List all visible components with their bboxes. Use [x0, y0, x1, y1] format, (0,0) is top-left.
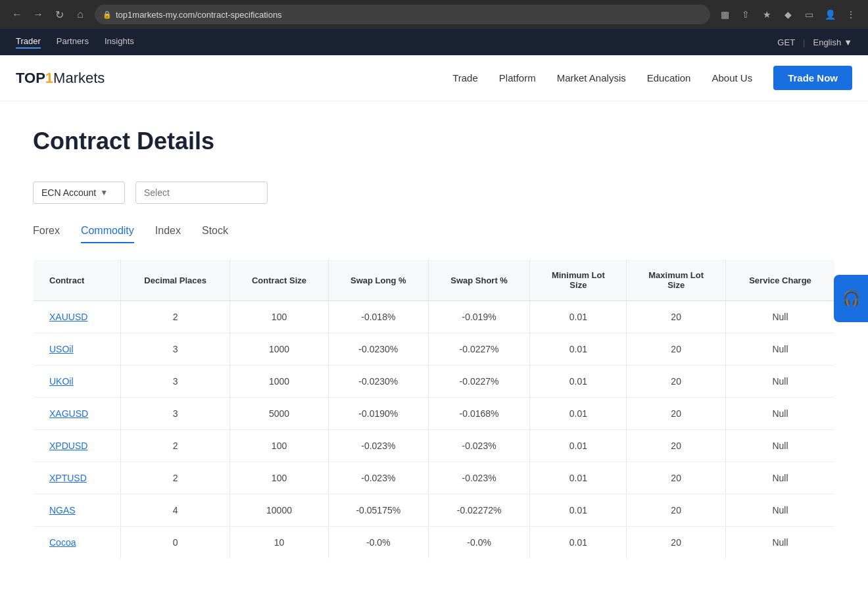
th-service-charge: Service Charge — [726, 260, 835, 301]
table-row: XPTUSD 2 100 -0.023% -0.023% 0.01 20 Nul… — [34, 462, 835, 494]
browser-chrome: ← → ↻ ⌂ 🔒 top1markets-my.com/contract-sp… — [0, 0, 868, 29]
cell-swap-long: -0.0230% — [328, 333, 428, 366]
select-input[interactable] — [135, 181, 268, 204]
tab-stock[interactable]: Stock — [202, 225, 228, 243]
cell-decimal-places: 2 — [121, 301, 230, 333]
main-nav: TOP1 Markets Trade Platform Market Analy… — [0, 55, 868, 101]
nav-back-button[interactable]: ← — [8, 5, 26, 24]
menu-icon[interactable]: ⋮ — [842, 5, 860, 24]
cell-max-lot: 20 — [627, 462, 726, 494]
address-bar[interactable]: 🔒 top1markets-my.com/contract-specificat… — [95, 5, 710, 24]
contract-link[interactable]: XPDUSD — [49, 441, 87, 451]
logo-top: TOP — [16, 70, 45, 87]
cell-max-lot: 20 — [627, 430, 726, 462]
cell-min-lot: 0.01 — [530, 333, 627, 366]
cell-swap-short: -0.0168% — [428, 398, 530, 430]
cell-service-charge: Null — [726, 494, 835, 527]
logo[interactable]: TOP1 Markets — [16, 70, 105, 87]
cell-swap-short: -0.0227% — [428, 333, 530, 366]
nav-about-us[interactable]: About Us — [711, 72, 752, 84]
cell-max-lot: 20 — [627, 366, 726, 398]
cell-decimal-places: 2 — [121, 430, 230, 462]
utility-nav-right: GET | English ▼ — [777, 37, 852, 47]
th-decimal-places: Decimal Places — [121, 260, 230, 301]
th-swap-short: Swap Short % — [428, 260, 530, 301]
filter-row: ECN Account ▼ — [33, 181, 835, 204]
tab-index[interactable]: Index — [155, 225, 181, 243]
nav-home-button[interactable]: ⌂ — [71, 5, 89, 24]
contract-link[interactable]: USOil — [49, 344, 74, 354]
nav-education[interactable]: Education — [647, 72, 691, 84]
tab-forex[interactable]: Forex — [33, 225, 60, 243]
utility-nav-left: Trader Partners Insights — [16, 36, 134, 49]
nav-forward-button[interactable]: → — [29, 5, 47, 24]
utility-nav-trader[interactable]: Trader — [16, 36, 41, 49]
cell-contract: Cocoa — [34, 527, 121, 559]
logo-markets: Markets — [53, 70, 105, 87]
share-icon[interactable]: ⇧ — [736, 5, 755, 24]
utility-bar: Trader Partners Insights GET | English ▼ — [0, 29, 868, 55]
dropdown-chevron-icon: ▼ — [100, 188, 108, 197]
support-button[interactable]: 🎧 — [834, 275, 868, 322]
logo-1: 1 — [45, 70, 53, 87]
split-view-icon[interactable]: ▭ — [800, 5, 818, 24]
utility-nav-insights[interactable]: Insights — [105, 36, 134, 49]
cell-swap-long: -0.023% — [328, 462, 428, 494]
table-row: USOil 3 1000 -0.0230% -0.0227% 0.01 20 N… — [34, 333, 835, 366]
cell-contract-size: 100 — [230, 301, 329, 333]
th-contract: Contract — [34, 260, 121, 301]
cell-contract-size: 10000 — [230, 494, 329, 527]
contract-link[interactable]: XPTUSD — [49, 473, 87, 483]
table-row: NGAS 4 10000 -0.05175% -0.02272% 0.01 20… — [34, 494, 835, 527]
cell-decimal-places: 3 — [121, 398, 230, 430]
nav-platform[interactable]: Platform — [499, 72, 536, 84]
cell-swap-short: -0.0% — [428, 527, 530, 559]
cell-decimal-places: 4 — [121, 494, 230, 527]
cell-swap-long: -0.018% — [328, 301, 428, 333]
cell-contract-size: 1000 — [230, 366, 329, 398]
nav-market-analysis[interactable]: Market Analysis — [557, 72, 626, 84]
utility-nav-partners[interactable]: Partners — [57, 36, 89, 49]
cell-contract-size: 5000 — [230, 398, 329, 430]
nav-refresh-button[interactable]: ↻ — [50, 5, 68, 24]
language-selector[interactable]: English ▼ — [813, 37, 852, 47]
contract-link[interactable]: XAGUSD — [49, 408, 88, 419]
contract-link[interactable]: Cocoa — [49, 537, 76, 548]
cell-decimal-places: 0 — [121, 527, 230, 559]
cell-min-lot: 0.01 — [530, 462, 627, 494]
bookmark-icon[interactable]: ★ — [758, 5, 776, 24]
extensions-icon[interactable]: ◆ — [779, 5, 797, 24]
cell-service-charge: Null — [726, 366, 835, 398]
nav-trade[interactable]: Trade — [452, 72, 478, 84]
cell-swap-short: -0.0227% — [428, 366, 530, 398]
cell-max-lot: 20 — [627, 301, 726, 333]
cell-swap-long: -0.023% — [328, 430, 428, 462]
cell-swap-short: -0.023% — [428, 430, 530, 462]
cell-decimal-places: 3 — [121, 333, 230, 366]
cell-max-lot: 20 — [627, 494, 726, 527]
cell-service-charge: Null — [726, 430, 835, 462]
account-dropdown[interactable]: ECN Account ▼ — [33, 181, 125, 204]
tab-commodity[interactable]: Commodity — [81, 225, 134, 243]
contract-link[interactable]: XAUUSD — [49, 312, 87, 322]
cell-max-lot: 20 — [627, 527, 726, 559]
cell-max-lot: 20 — [627, 398, 726, 430]
trade-now-button[interactable]: Trade Now — [773, 66, 852, 90]
screenshot-icon[interactable]: ▦ — [715, 5, 734, 24]
cell-swap-long: -0.0190% — [328, 398, 428, 430]
browser-nav-buttons: ← → ↻ ⌂ — [8, 5, 89, 24]
cell-contract: XPTUSD — [34, 462, 121, 494]
contract-link[interactable]: UKOil — [49, 376, 74, 387]
cell-min-lot: 0.01 — [530, 398, 627, 430]
contract-link[interactable]: NGAS — [49, 505, 76, 515]
table-row: XPDUSD 2 100 -0.023% -0.023% 0.01 20 Nul… — [34, 430, 835, 462]
cell-swap-short: -0.023% — [428, 462, 530, 494]
th-max-lot: Maximum LotSize — [627, 260, 726, 301]
language-label: English — [813, 37, 841, 47]
table-header: Contract Decimal Places Contract Size Sw… — [34, 260, 835, 301]
cell-decimal-places: 3 — [121, 366, 230, 398]
cell-contract-size: 100 — [230, 462, 329, 494]
cell-min-lot: 0.01 — [530, 301, 627, 333]
profile-icon[interactable]: 👤 — [821, 5, 839, 24]
get-label[interactable]: GET — [777, 37, 795, 47]
